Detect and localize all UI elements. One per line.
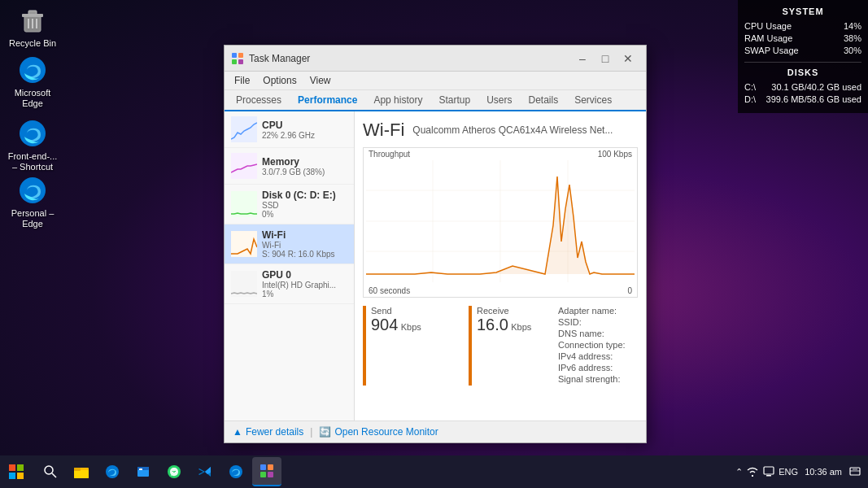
disk-c-value: 30.1 GB/40.2 GB used: [771, 82, 861, 92]
send-block: Send 904 Kbps: [371, 306, 436, 386]
memory-sub: 3.0/7.9 GB (38%): [262, 168, 347, 176]
tab-details[interactable]: Details: [520, 90, 566, 111]
tab-startup[interactable]: Startup: [430, 90, 478, 111]
tab-app-history[interactable]: App history: [365, 90, 430, 111]
tab-performance[interactable]: Performance: [290, 90, 365, 111]
monitor-tray-icon: [762, 465, 775, 478]
frontend-shortcut-label: Front-end-...– Shortcut: [8, 151, 58, 172]
desktop-icon-recycle-bin[interactable]: Recycle Bin: [4, 1, 61, 52]
svg-rect-42: [268, 472, 273, 477]
desktop: Recycle Bin MicrosoftEdge Front-end-...–…: [0, 0, 868, 488]
tab-services[interactable]: Services: [566, 90, 620, 111]
receive-label: Receive: [477, 306, 542, 316]
task-manager-titlebar: Task Manager – □ ✕: [225, 46, 646, 72]
send-number: 904: [371, 316, 398, 333]
graph-footer: 60 seconds 0: [364, 285, 637, 297]
adapter-name-label: Adapter name:: [558, 306, 646, 316]
taskbar-vscode[interactable]: [190, 457, 220, 486]
fewer-details-link[interactable]: ▲ Fewer details: [233, 426, 303, 438]
clock-time: 10:36 am: [805, 467, 842, 477]
taskbar-tray: ⌃ ENG 10:36 am: [729, 465, 868, 478]
desktop-icon-personal-edge[interactable]: Personal –Edge: [4, 171, 61, 233]
svg-rect-44: [766, 475, 771, 477]
task-manager-title-text: Task Manager: [249, 53, 310, 64]
taskbar-file-explorer[interactable]: [67, 457, 96, 486]
notification-icon[interactable]: [848, 465, 861, 478]
start-button[interactable]: [0, 455, 33, 488]
maximize-button[interactable]: □: [594, 50, 617, 67]
taskbar-edge-icon: [105, 464, 120, 479]
send-label: Send: [371, 306, 436, 316]
menu-options[interactable]: Options: [256, 73, 303, 88]
taskbar-task-manager[interactable]: [252, 457, 281, 486]
desktop-icon-edge[interactable]: MicrosoftEdge: [4, 50, 61, 112]
disk-d-label: D:\: [744, 94, 756, 104]
windows-logo-icon: [9, 464, 24, 479]
wifi-title: Wi-Fi: [363, 120, 404, 141]
gpu-mini-chart: [231, 271, 257, 297]
svg-rect-39: [260, 464, 266, 470]
cpu-usage-label: CPU Usage: [744, 21, 792, 31]
personal-edge-icon: [16, 174, 49, 207]
receive-number: 16.0: [477, 316, 508, 333]
task-manager-window: Task Manager – □ ✕ File Options View Pro…: [224, 45, 647, 443]
windows-explorer-icon: [136, 464, 150, 479]
graph-min: 0: [627, 286, 632, 295]
sidebar-gpu0[interactable]: GPU 0 Intel(R) HD Graphi...1%: [225, 264, 354, 304]
tray-chevron[interactable]: ⌃: [735, 467, 743, 477]
language-indicator[interactable]: ENG: [779, 467, 798, 477]
taskbar-edge[interactable]: [98, 457, 127, 486]
open-resource-monitor-link[interactable]: 🔄 Open Resource Monitor: [319, 426, 438, 438]
wifi-mini-chart: [231, 231, 257, 257]
sidebar-wifi[interactable]: Wi-Fi Wi-FiS: 904 R: 16.0 Kbps: [225, 224, 354, 264]
cpu-sub: 22% 2.96 GHz: [262, 131, 347, 140]
taskbar-edge2[interactable]: [221, 457, 251, 486]
window-controls: – □ ✕: [571, 50, 639, 67]
task-manager-tabs: Processes Performance App history Startu…: [225, 90, 646, 111]
memory-info: Memory 3.0/7.9 GB (38%): [262, 156, 347, 176]
sidebar-memory[interactable]: Memory 3.0/7.9 GB (38%): [225, 148, 354, 185]
signal-label: Signal strength:: [558, 374, 646, 386]
wifi-info: Wi-Fi Wi-FiS: 904 R: 16.0 Kbps: [262, 229, 347, 259]
disk-mini-chart: [231, 191, 257, 217]
minimize-button[interactable]: –: [571, 50, 594, 67]
svg-rect-9: [232, 53, 237, 58]
receive-value: 16.0 Kbps: [477, 316, 542, 334]
swap-usage-label: SWAP Usage: [744, 46, 799, 55]
sidebar-cpu[interactable]: CPU 22% 2.96 GHz: [225, 111, 354, 148]
cpu-mini-chart: [231, 116, 257, 142]
gpu0-name: GPU 0: [262, 269, 347, 281]
desktop-icon-frontend[interactable]: Front-end-...– Shortcut: [4, 114, 61, 176]
wifi-adapter-name: Qualcomm Atheros QCA61x4A Wireless Net..…: [412, 124, 613, 136]
ram-usage-label: RAM Usage: [744, 33, 792, 43]
system-stats: CPU Usage 14% RAM Usage 38% SWAP Usage 3…: [744, 21, 861, 55]
svg-point-38: [229, 465, 242, 478]
edge-label: MicrosoftEdge: [15, 88, 51, 109]
fewer-details-text: Fewer details: [246, 426, 303, 438]
fewer-details-icon: ▲: [233, 426, 242, 438]
edge-icon: [16, 54, 49, 86]
open-resource-monitor-text: Open Resource Monitor: [334, 426, 438, 438]
taskbar-search[interactable]: [36, 457, 65, 486]
menu-view[interactable]: View: [303, 73, 338, 88]
wifi-throughput-graph: Throughput 100 Kbps: [363, 147, 638, 298]
taskbar: ⌃ ENG 10:36 am: [0, 455, 868, 488]
taskbar-windows-explorer[interactable]: [129, 457, 158, 486]
personal-edge-label: Personal –Edge: [11, 208, 55, 229]
sidebar-disk0[interactable]: Disk 0 (C: D: E:) SSD0%: [225, 185, 354, 224]
task-manager-title: Task Manager: [231, 52, 310, 65]
dns-label: DNS name:: [558, 329, 646, 338]
task-manager-menubar: File Options View: [225, 72, 646, 90]
taskbar-whatsapp[interactable]: [159, 457, 189, 486]
graph-header: Throughput 100 Kbps: [364, 148, 637, 160]
swap-usage-value: 30%: [844, 46, 861, 55]
whatsapp-icon: [167, 464, 181, 479]
tab-processes[interactable]: Processes: [228, 90, 290, 111]
menu-file[interactable]: File: [228, 73, 256, 88]
tab-users[interactable]: Users: [478, 90, 520, 111]
disk-c-label: C:\: [744, 82, 756, 92]
taskbar-task-manager-icon: [260, 464, 274, 478]
ram-usage-row: RAM Usage 38%: [744, 33, 861, 43]
taskbar-clock[interactable]: 10:36 am: [801, 467, 845, 477]
close-button[interactable]: ✕: [617, 50, 639, 67]
